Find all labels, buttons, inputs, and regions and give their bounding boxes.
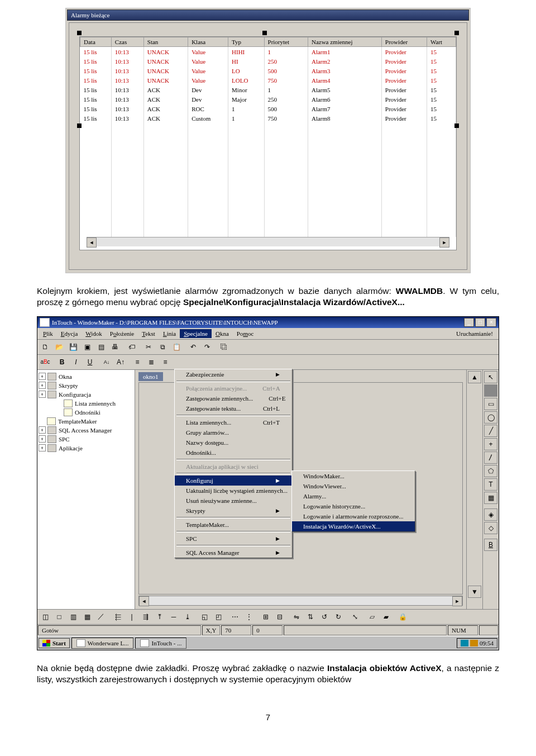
tree-item[interactable]: +Konfiguracja: [39, 390, 133, 399]
scroll-down-icon[interactable]: ▼: [468, 586, 481, 598]
start-button[interactable]: Start: [39, 638, 70, 648]
scroll-left-icon[interactable]: ◄: [87, 237, 97, 248]
copy-icon[interactable]: ⧉: [156, 341, 169, 353]
run-link[interactable]: Uruchamianie!: [452, 329, 497, 338]
bt-ex2-icon[interactable]: ▰: [379, 611, 393, 623]
bt-flip-v-icon[interactable]: ⇅: [304, 611, 317, 623]
print-icon[interactable]: 🖶: [108, 341, 122, 353]
menu-item[interactable]: Konfiguruj▶: [175, 476, 292, 486]
undo-icon[interactable]: ↶: [186, 341, 200, 353]
dup-icon[interactable]: ⿻: [217, 341, 231, 353]
redo-icon[interactable]: ↷: [200, 341, 214, 353]
menu-item[interactable]: Logowanie historyczne...: [292, 501, 415, 511]
scroll-left-icon[interactable]: ◄: [139, 596, 149, 606]
menu-item[interactable]: Linia: [159, 329, 180, 338]
ellipse-icon[interactable]: ◯: [484, 411, 497, 424]
menu-item[interactable]: Instalacja Wizardów/ActiveX...: [292, 521, 415, 531]
expand-icon[interactable]: +: [39, 382, 46, 389]
table-row[interactable]: 15 lis10:13UNACKValueLO500Alarm3Provider…: [80, 66, 456, 75]
canvas-hscroll[interactable]: ◄ ►: [138, 596, 463, 606]
bt-4-icon[interactable]: ▦: [80, 611, 94, 623]
bt-5-icon[interactable]: ／: [94, 611, 108, 623]
taskbar-task-1[interactable]: Wonderware L...: [71, 638, 134, 649]
menu-item[interactable]: Zastępowanie zmiennych...Ctrl+E: [175, 393, 292, 403]
expand-icon[interactable]: +: [39, 373, 46, 380]
menu-item[interactable]: Alarmy...: [292, 491, 415, 501]
menu-item[interactable]: Okna: [212, 329, 233, 338]
align-center-icon[interactable]: ≣: [145, 356, 158, 368]
tree-item[interactable]: +SQL Access Manager: [39, 426, 133, 435]
new-icon[interactable]: 🗋: [39, 341, 52, 353]
scroll-right-icon[interactable]: ►: [439, 237, 449, 248]
close-button[interactable]: ×: [486, 318, 496, 327]
bt-lock-icon[interactable]: 🔒: [396, 611, 409, 623]
paste-icon[interactable]: 📋: [170, 341, 183, 353]
bt-ungroup-icon[interactable]: ⊟: [273, 611, 286, 623]
menu-item[interactable]: Grupy alarmów...: [175, 427, 292, 438]
column-header[interactable]: Czas: [111, 37, 143, 47]
tray-icon[interactable]: [470, 640, 478, 646]
rect-icon[interactable]: ▭: [484, 398, 497, 410]
bt-rotate-r-icon[interactable]: ↻: [332, 611, 345, 623]
table-row[interactable]: 15 lis10:13ACKROC1500Alarm7Provider15: [80, 104, 456, 113]
bt-2-icon[interactable]: □: [52, 611, 66, 623]
bold-b-icon[interactable]: B: [484, 539, 497, 551]
column-header[interactable]: Nazwa zmiennej: [308, 37, 381, 47]
scroll-up-icon[interactable]: ▲: [468, 371, 481, 383]
bt-3-icon[interactable]: ▥: [66, 611, 80, 623]
bt-1-icon[interactable]: ◫: [39, 611, 52, 623]
menu-item[interactable]: WindowViewer...: [292, 481, 415, 491]
tray-icon[interactable]: [461, 640, 468, 646]
table-row[interactable]: 15 lis10:13UNACKValueHIHI1Alarm1Provider…: [80, 47, 456, 57]
open-icon[interactable]: 📂: [52, 341, 66, 353]
canvas-tab[interactable]: okno1: [138, 372, 163, 381]
bt-front-icon[interactable]: ◱: [198, 611, 211, 623]
polygon-icon[interactable]: ⬠: [484, 465, 497, 477]
table-row[interactable]: 15 lis10:13ACKDevMinor1Alarm5Provider15: [80, 85, 456, 94]
system-tray[interactable]: 09:54: [457, 638, 497, 648]
expand-icon[interactable]: +: [39, 426, 46, 434]
line-icon[interactable]: ╱: [484, 425, 497, 437]
explorer-tree[interactable]: +Okna+Skrypty+KonfiguracjaLista zmiennyc…: [37, 370, 135, 609]
bitmap-icon[interactable]: ▦: [484, 492, 497, 504]
underline-icon[interactable]: U: [83, 356, 97, 368]
bt-align-t-icon[interactable]: ⤒: [153, 611, 166, 623]
menu-item[interactable]: Skrypty▶: [175, 506, 292, 516]
tree-item[interactable]: Lista zmiennych: [39, 399, 133, 408]
bt-rotate-l-icon[interactable]: ↺: [318, 611, 331, 623]
column-header[interactable]: Prowider: [381, 37, 427, 47]
tree-item[interactable]: +Aplikacje: [39, 444, 133, 453]
bt-align-b-icon[interactable]: ⤓: [181, 611, 194, 623]
menu-item[interactable]: Położenie: [106, 329, 138, 338]
menu-item[interactable]: SQL Access Manager▶: [175, 548, 292, 558]
menu-item[interactable]: Uaktualnij liczbę wystąpień zmiennych...: [175, 486, 292, 496]
menu-item[interactable]: Tekst: [138, 329, 159, 338]
tree-item[interactable]: Odnośniki: [39, 408, 133, 417]
menu-item[interactable]: TemplateMaker...: [175, 520, 292, 530]
maximize-button[interactable]: □: [475, 318, 485, 327]
minimize-button[interactable]: _: [464, 318, 474, 327]
menu-item[interactable]: Edycja: [57, 329, 82, 338]
expand-icon[interactable]: +: [39, 444, 46, 451]
menu-item[interactable]: Widok: [82, 329, 106, 338]
tree-item[interactable]: +SPC: [39, 435, 133, 444]
bt-flip-h-icon[interactable]: ⇋: [290, 611, 303, 623]
abc-icon[interactable]: aBc: [39, 356, 52, 368]
scroll-right-icon[interactable]: ►: [452, 596, 462, 606]
tree-item[interactable]: +Skrypty: [39, 381, 133, 390]
menu-item[interactable]: Logowanie i alarmowanie rozproszone...: [292, 511, 415, 521]
vscrollbar[interactable]: ▲ ▼: [467, 370, 482, 609]
tag-icon[interactable]: 🏷: [125, 341, 138, 353]
menu-item[interactable]: Pomoc: [233, 329, 258, 338]
bt-align-l-icon[interactable]: ⬱: [111, 611, 125, 623]
menu-item[interactable]: Nazwy dostępu...: [175, 438, 292, 448]
bt-space-h-icon[interactable]: ⋯: [228, 611, 242, 623]
expand-icon[interactable]: +: [39, 435, 46, 443]
bold-icon[interactable]: B: [55, 356, 69, 368]
column-header[interactable]: Data: [80, 37, 112, 47]
plus-icon[interactable]: +: [484, 438, 497, 450]
font-inc-icon[interactable]: A↑: [114, 356, 127, 368]
menu-item[interactable]: WindowMaker...: [292, 471, 415, 481]
column-header[interactable]: Typ: [228, 37, 264, 47]
table-row[interactable]: 15 lis10:13ACKCustom1750Alarm8Provider15: [80, 113, 456, 123]
